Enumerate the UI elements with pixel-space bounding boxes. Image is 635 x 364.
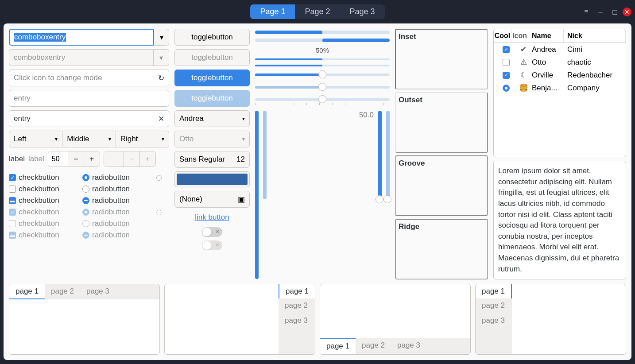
table-row[interactable]: ✓ ✔ Andrea Cimi	[494, 43, 626, 56]
notebook-top: page 1 page 2 page 3	[9, 284, 160, 355]
file-chooser-button[interactable]: (None)▣	[174, 191, 250, 208]
togglebutton-active-disabled: togglebutton	[174, 90, 250, 107]
checkbutton-unchecked[interactable]: checkbutton	[9, 185, 78, 194]
radiobutton-checked[interactable]: radiobutton	[82, 173, 151, 182]
radiobutton-indeterminate-disabled: radiobutton	[82, 231, 151, 240]
maximize-icon[interactable]: ◻	[608, 6, 621, 18]
clear-icon[interactable]: ✕	[158, 114, 164, 124]
notebook-tab[interactable]: page 1	[476, 284, 512, 298]
horizontal-scale-marks[interactable]	[255, 98, 390, 101]
column-cool[interactable]: Cool	[494, 29, 511, 43]
table-row[interactable]: ⚠ Otto chaotic	[494, 56, 626, 69]
notebook-tab[interactable]: page 1	[9, 284, 45, 299]
dropdown-otto-disabled: Otto▾	[174, 131, 250, 147]
link-button[interactable]: link button	[174, 211, 250, 224]
spinbutton-value[interactable]: 50	[48, 151, 68, 167]
switch-off-icon: ✕	[215, 242, 220, 248]
column-icon[interactable]: Icon	[511, 29, 528, 43]
comboboxentry-disabled-input: comboboxentry	[9, 49, 153, 66]
checkbutton-unchecked-disabled: checkbutton	[9, 219, 78, 228]
notebook-tab[interactable]: page 2	[356, 338, 391, 354]
segment-right[interactable]: Right▾	[116, 131, 169, 147]
titlebar-tab-page1[interactable]: Page 1	[250, 4, 295, 19]
chevron-down-icon: ▾	[162, 136, 164, 142]
column-buttons: togglebutton togglebutton togglebutton t…	[174, 29, 250, 279]
horizontal-scale-1[interactable]	[255, 74, 390, 76]
togglebutton-active[interactable]: togglebutton	[174, 70, 250, 86]
table-row[interactable]: ✓ ☾ Orville Redenbacher	[494, 69, 626, 81]
mode-entry-placeholder: Click icon to change mode	[14, 74, 102, 82]
refresh-icon[interactable]: ↻	[158, 74, 164, 83]
mode-entry[interactable]: Click icon to change mode ↻	[9, 70, 169, 86]
table-row[interactable]: 🍔 Benja... Company	[494, 81, 626, 94]
label: label	[9, 155, 25, 163]
entry-value: entry	[14, 114, 31, 123]
check-circle-icon: ✔	[515, 45, 532, 54]
segment-left[interactable]: Left▾	[9, 131, 62, 147]
column-nick[interactable]: Nick	[564, 29, 626, 43]
comboboxentry-input[interactable]: comboboxentry	[9, 29, 153, 46]
vertical-scale-4	[386, 111, 390, 199]
switch[interactable]: ✕	[202, 227, 222, 237]
chevron-down-icon[interactable]: ▾	[153, 29, 169, 46]
chevron-down-icon: ▾	[242, 136, 245, 142]
menu-icon[interactable]: ≡	[580, 6, 592, 18]
switch-off-icon: ✕	[215, 228, 220, 235]
radiobutton-indeterminate[interactable]: radiobutton	[82, 196, 151, 205]
row-radio[interactable]	[503, 85, 510, 92]
vertical-scale-3[interactable]	[378, 111, 382, 199]
levelbar-2	[255, 65, 390, 66]
notebook-right: page 1 page 2 page 3	[164, 284, 315, 355]
chevron-down-icon: ▾	[153, 49, 169, 66]
titlebar-tabs: Page 1 Page 2 Page 3	[250, 4, 384, 19]
vertical-scale-1[interactable]	[255, 111, 259, 279]
notebook-tab[interactable]: page 3	[80, 284, 116, 299]
hamburger-icon: 🍔	[515, 83, 532, 93]
segment-middle[interactable]: Middle▾	[62, 131, 116, 147]
row-checkbox[interactable]: ✓	[503, 72, 510, 79]
notebook-tab[interactable]: page 2	[476, 298, 512, 314]
dropdown-andrea[interactable]: Andrea▾	[174, 110, 250, 127]
radiobutton-unchecked[interactable]: radiobutton	[82, 185, 151, 194]
treeview[interactable]: Cool Icon Name Nick ✓ ✔ Andrea Cimi ⚠ Ot…	[493, 29, 626, 157]
checkbutton-checked-disabled: ✓checkbutton	[9, 208, 78, 217]
close-icon[interactable]: ✕	[623, 8, 631, 16]
checkbutton-grid: ✓checkbutton radiobutton ◌ checkbutton r…	[9, 173, 169, 240]
entry-placeholder[interactable]: entry	[9, 90, 169, 107]
row-checkbox[interactable]: ✓	[503, 46, 510, 53]
column-treeview: Cool Icon Name Nick ✓ ✔ Andrea Cimi ⚠ Ot…	[493, 29, 626, 279]
notebook-tab[interactable]: page 1	[279, 284, 315, 298]
frame-outset: Outset	[395, 92, 488, 153]
notebook-tab[interactable]: page 1	[320, 338, 356, 354]
content-area: comboboxentry ▾ comboboxentry ▾ Click ic…	[4, 23, 631, 360]
frame-groove: Groove	[395, 155, 488, 216]
textview[interactable]: Lorem ipsum dolor sit amet, consectetur …	[493, 161, 626, 279]
label-spin-row: label label 50 − + − +	[9, 151, 169, 167]
entry-with-clear[interactable]: entry ✕	[9, 110, 169, 127]
main-row: comboboxentry ▾ comboboxentry ▾ Click ic…	[9, 29, 626, 279]
spin-plus-icon: +	[139, 151, 155, 167]
treeview-header: Cool Icon Name Nick	[494, 29, 626, 43]
checkbutton-checked[interactable]: ✓checkbutton	[9, 173, 78, 182]
notebook-tab[interactable]: page 3	[476, 314, 512, 329]
color-button[interactable]	[174, 171, 250, 187]
notebook-tab[interactable]: page 3	[279, 314, 315, 329]
notebook-content	[320, 284, 470, 338]
entry-placeholder-text: entry	[14, 94, 31, 103]
titlebar-tab-page2[interactable]: Page 2	[295, 4, 340, 19]
checkbutton-indeterminate[interactable]: ▬checkbutton	[9, 196, 78, 205]
togglebutton[interactable]: togglebutton	[174, 29, 250, 46]
notebook-tab[interactable]: page 2	[279, 298, 315, 314]
titlebar: Page 1 Page 2 Page 3 ≡ – ◻ ✕	[0, 0, 635, 23]
notebook-tab[interactable]: page 2	[45, 284, 80, 299]
spin-minus-icon[interactable]: −	[68, 151, 84, 167]
column-name[interactable]: Name	[528, 29, 564, 43]
titlebar-tab-page3[interactable]: Page 3	[340, 4, 385, 19]
vscale-value-label: 50.0	[359, 111, 374, 120]
open-icon: ▣	[238, 195, 245, 204]
font-button[interactable]: Sans Regular12	[174, 151, 250, 168]
spin-plus-icon[interactable]: +	[84, 151, 100, 167]
row-checkbox[interactable]	[503, 59, 510, 66]
minimize-icon[interactable]: –	[594, 6, 607, 18]
notebook-tab[interactable]: page 3	[391, 338, 426, 354]
